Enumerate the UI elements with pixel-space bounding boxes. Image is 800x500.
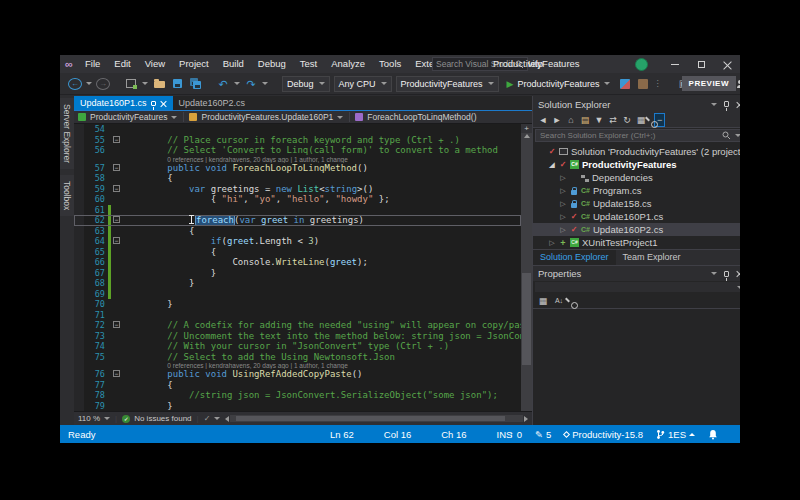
code-line[interactable]: 70 } <box>74 299 521 310</box>
back-icon[interactable]: ◄ <box>538 114 548 126</box>
code-line[interactable]: 72− // A codefix for adding the needed "… <box>74 320 521 331</box>
notifications-button[interactable] <box>708 429 718 440</box>
pending-changes-filter-icon[interactable]: ▼ <box>594 114 604 126</box>
breakpoint-margin[interactable] <box>74 173 84 184</box>
tree-collapsed-icon[interactable]: ▷ <box>548 239 556 247</box>
home-icon[interactable]: ⌂ <box>566 114 576 126</box>
redo-dropdown-icon[interactable] <box>262 82 268 85</box>
solution-configuration-dropdown[interactable]: Debug <box>282 76 330 92</box>
alphabetical-sort-icon[interactable]: A↓ <box>554 295 564 307</box>
code-line[interactable]: 79 } <box>74 401 521 412</box>
save-icon[interactable] <box>170 76 184 92</box>
new-project-icon[interactable] <box>124 76 138 92</box>
code-line[interactable]: 54 <box>74 124 521 135</box>
code-line[interactable]: 68 } <box>74 278 521 289</box>
branch-button[interactable]: 1ES <box>656 429 695 440</box>
pin-icon[interactable] <box>151 101 156 106</box>
pending-edits-button[interactable]: ✎ 5 <box>535 429 551 440</box>
navigate-backward-icon[interactable]: ← <box>68 78 82 90</box>
code-line[interactable]: 57− public void ForeachLoopToLinqMethod(… <box>74 163 521 174</box>
breakpoint-margin[interactable] <box>74 257 84 268</box>
toolbar-overflow-icon[interactable]: ⋮ <box>654 79 663 88</box>
pin-icon[interactable] <box>724 271 729 277</box>
tree-item-solution-productivityfeatures-2-projects[interactable]: ✓Solution 'ProductivityFeatures' (2 proj… <box>533 145 740 158</box>
menu-build[interactable]: Build <box>216 55 251 73</box>
undo-icon[interactable]: ↶ <box>216 76 230 92</box>
start-debugging-button[interactable]: ▶ ProductivityFeatures <box>503 75 614 93</box>
window-position-icon[interactable] <box>711 103 717 106</box>
tree-item-update160p1-cs[interactable]: ▷✓C#Update160P1.cs <box>533 210 740 223</box>
tree-item-dependencies[interactable]: ▷Dependencies <box>533 171 740 184</box>
breakpoint-margin[interactable] <box>74 320 84 331</box>
menu-tools[interactable]: Tools <box>372 55 408 73</box>
breadcrumb-type-dropdown[interactable]: ProductivityFeatures.Update160P1 <box>189 112 350 122</box>
breakpoint-margin[interactable] <box>74 135 84 146</box>
breakpoint-margin[interactable] <box>74 401 84 412</box>
scrollbar-thumb[interactable] <box>236 416 505 421</box>
codelens-row[interactable]: 0 references | kendrahavens, 20 days ago… <box>74 362 521 369</box>
breakpoint-margin[interactable] <box>74 145 84 156</box>
status-character[interactable]: Ch 16 <box>441 429 466 440</box>
fold-collapse-icon[interactable]: − <box>113 321 120 328</box>
breakpoint-margin[interactable] <box>74 310 84 321</box>
code-line[interactable]: 59− var greetings = new List<string>() <box>74 184 521 195</box>
code-line[interactable]: 61 <box>74 205 521 216</box>
close-button[interactable] <box>714 55 740 73</box>
scroll-up-icon[interactable] <box>524 134 530 138</box>
code-line[interactable]: 65 { <box>74 247 521 258</box>
properties-object-dropdown[interactable] <box>535 282 740 292</box>
pin-icon[interactable] <box>724 101 729 107</box>
breakpoint-margin[interactable] <box>74 215 84 226</box>
breakpoint-margin[interactable] <box>74 278 84 289</box>
code-line[interactable]: 67 } <box>74 268 521 279</box>
breakpoint-margin[interactable] <box>74 156 84 163</box>
panel-tab-team-explorer[interactable]: Team Explorer <box>616 250 688 265</box>
panel-tab-solution-explorer[interactable]: Solution Explorer <box>533 250 616 265</box>
breakpoint-margin[interactable] <box>74 299 84 310</box>
code-line[interactable]: 62− foreach(var greet in greetings) <box>74 215 521 226</box>
breakpoint-margin[interactable] <box>74 247 84 258</box>
tree-collapsed-icon[interactable]: ▷ <box>559 200 567 208</box>
code-line[interactable]: 73 // Uncomment the text into the method… <box>74 331 521 342</box>
package-icon[interactable] <box>636 76 650 92</box>
fold-collapse-icon[interactable]: − <box>113 164 120 171</box>
zoom-level-dropdown[interactable]: 110 % <box>78 414 110 423</box>
menu-project[interactable]: Project <box>172 55 216 73</box>
fold-collapse-icon[interactable]: − <box>113 136 120 143</box>
code-line[interactable]: 78 //string json = JsonConvert.Serialize… <box>74 390 521 401</box>
editor-tab-update160p2-cs[interactable]: Update160P2.cs <box>173 96 252 110</box>
split-editor-handle[interactable]: + <box>521 124 532 133</box>
code-line[interactable]: 64− if(greet.Length < 3) <box>74 236 521 247</box>
tree-item-update160p2-cs[interactable]: ▷✓C#Update160P2.cs <box>533 223 740 236</box>
solution-explorer-search-box[interactable]: Search Solution Explorer (Ctrl+;) <box>535 129 740 142</box>
code-line[interactable]: 69 <box>74 289 521 300</box>
breakpoint-margin[interactable] <box>74 331 84 342</box>
breadcrumb-project-dropdown[interactable]: ProductivityFeatures <box>78 112 184 122</box>
breakpoint-margin[interactable] <box>74 380 84 391</box>
side-tab-server-explorer[interactable]: Server Explorer <box>60 98 74 169</box>
close-icon[interactable] <box>736 101 740 108</box>
breakpoint-margin[interactable] <box>74 205 84 216</box>
navigate-backward-dropdown-icon[interactable] <box>86 82 92 85</box>
live-share-button[interactable]: Live Share <box>736 74 740 94</box>
code-line[interactable]: 55− // Place cursor in foreach keyword a… <box>74 135 521 146</box>
maximize-button[interactable] <box>688 55 714 73</box>
code-line[interactable]: 63 { <box>74 226 521 237</box>
code-editor[interactable]: 5455− // Place cursor in foreach keyword… <box>74 124 521 411</box>
breakpoint-margin[interactable] <box>74 184 84 195</box>
tree-item-xunittestproject1[interactable]: ▷+C#XUnitTestProject1 <box>533 236 740 249</box>
code-line[interactable]: 71 <box>74 310 521 321</box>
startup-project-dropdown[interactable]: ProductivityFeatures <box>396 76 499 92</box>
menu-test[interactable]: Test <box>293 55 324 73</box>
code-line[interactable]: 75 // Select to add the Using Newtonsoft… <box>74 352 521 363</box>
breakpoint-margin[interactable] <box>74 352 84 363</box>
forward-icon[interactable]: ► <box>552 114 562 126</box>
side-tab-toolbox[interactable]: Toolbox <box>60 175 74 216</box>
breakpoint-margin[interactable] <box>74 194 84 205</box>
code-line[interactable]: 58 { <box>74 173 521 184</box>
performance-profiler-icon[interactable] <box>618 76 632 92</box>
scroll-left-icon[interactable] <box>225 416 229 422</box>
codelens-row[interactable]: 0 references | kendrahavens, 20 days ago… <box>74 156 521 163</box>
solution-platform-dropdown[interactable]: Any CPU <box>334 76 392 92</box>
menu-analyze[interactable]: Analyze <box>324 55 372 73</box>
